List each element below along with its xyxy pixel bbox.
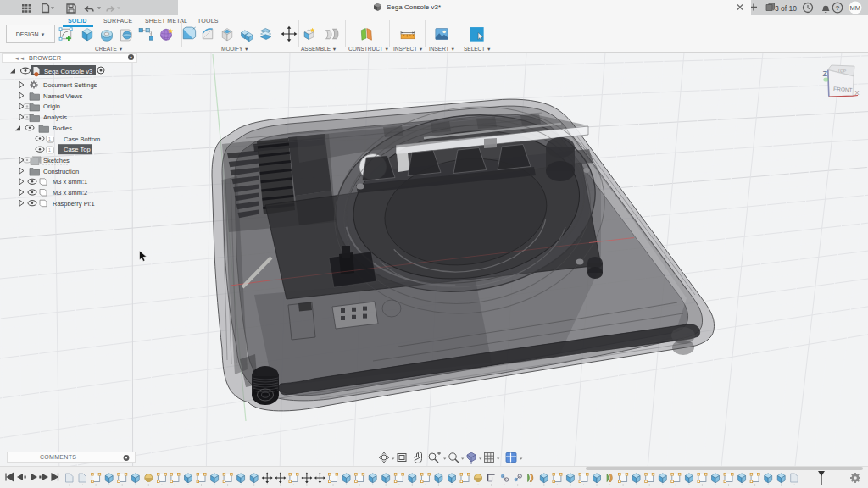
svg-text:Case Top: Case Top (64, 146, 91, 153)
svg-text:Case Bottom: Case Bottom (64, 136, 100, 143)
svg-text:Sega Console v3: Sega Console v3 (44, 68, 92, 75)
svg-text:M3 x 8mm:1: M3 x 8mm:1 (53, 178, 87, 186)
svg-text:1: 1 (48, 147, 51, 152)
svg-text:MM: MM (850, 4, 861, 12)
svg-text:Document Settings: Document Settings (43, 81, 97, 89)
svg-text:X: X (855, 89, 860, 97)
svg-text:Raspberry Pi:1: Raspberry Pi:1 (53, 200, 95, 208)
svg-text:3 of 10: 3 of 10 (775, 4, 797, 13)
svg-text:Bodies: Bodies (53, 125, 72, 132)
svg-text:Construction: Construction (43, 168, 79, 175)
svg-text:M3 x 8mm:2: M3 x 8mm:2 (53, 189, 87, 197)
svg-text:Named Views: Named Views (43, 92, 82, 100)
svg-text:Origin: Origin (43, 103, 60, 110)
svg-text:Z: Z (823, 69, 828, 78)
svg-text:Sketches: Sketches (43, 157, 70, 164)
svg-text:Analysis: Analysis (43, 114, 67, 121)
svg-text:1: 1 (48, 136, 51, 141)
svg-text:TOP: TOP (837, 68, 847, 74)
svg-text:?: ? (836, 4, 840, 12)
